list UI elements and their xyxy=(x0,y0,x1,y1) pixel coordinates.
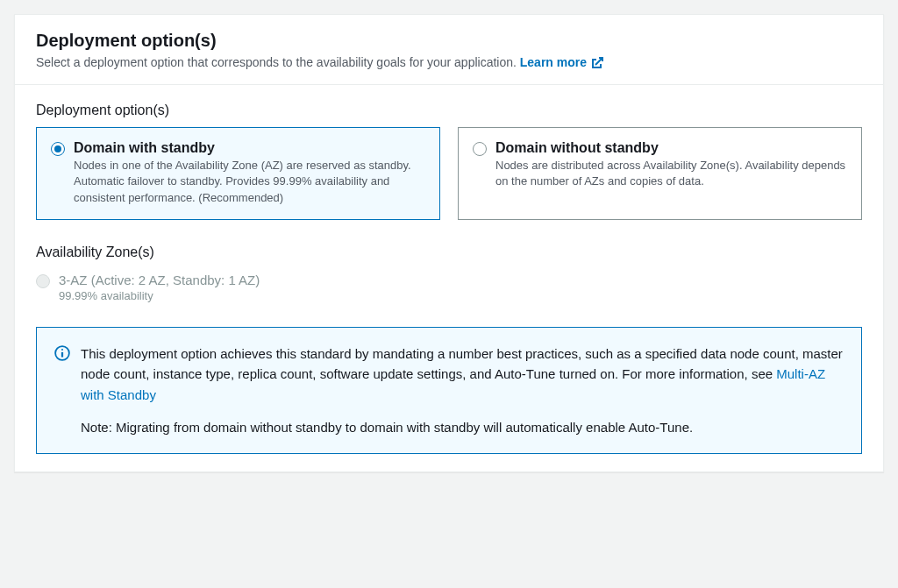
external-link-icon xyxy=(590,56,604,70)
svg-point-2 xyxy=(61,349,63,351)
learn-more-link[interactable]: Learn more xyxy=(520,54,604,72)
panel-body: Deployment option(s) Domain with standby… xyxy=(15,85,883,472)
panel-subtitle: Select a deployment option that correspo… xyxy=(36,54,862,72)
subtitle-text: Select a deployment option that correspo… xyxy=(36,55,517,69)
panel-header: Deployment option(s) Select a deployment… xyxy=(15,15,883,85)
az-description: 99.99% availability xyxy=(59,289,862,302)
radio-without-standby[interactable] xyxy=(473,142,487,156)
info-text-prefix: This deployment option achieves this sta… xyxy=(81,346,843,381)
option-description: Nodes are distributed across Availabilit… xyxy=(495,158,847,191)
az-title: 3-AZ (Active: 2 AZ, Standby: 1 AZ) xyxy=(59,273,862,287)
deployment-section-label: Deployment option(s) xyxy=(36,103,862,118)
option-content: Domain without standby Nodes are distrib… xyxy=(495,140,847,191)
az-section-label: Availability Zone(s) xyxy=(36,244,862,260)
option-title: Domain with standby xyxy=(74,140,425,156)
option-with-standby[interactable]: Domain with standby Nodes in one of the … xyxy=(36,127,440,221)
deployment-option-grid: Domain with standby Nodes in one of the … xyxy=(36,127,862,221)
info-paragraph: This deployment option achieves this sta… xyxy=(81,344,844,405)
option-description: Nodes in one of the Availability Zone (A… xyxy=(74,158,425,208)
availability-zone-section: Availability Zone(s) 3-AZ (Active: 2 AZ,… xyxy=(36,244,862,306)
option-without-standby[interactable]: Domain without standby Nodes are distrib… xyxy=(458,127,862,221)
info-content: This deployment option achieves this sta… xyxy=(81,344,844,437)
az-content: 3-AZ (Active: 2 AZ, Standby: 1 AZ) 99.99… xyxy=(59,273,862,302)
info-box: This deployment option achieves this sta… xyxy=(36,327,862,454)
learn-more-text: Learn more xyxy=(520,54,587,72)
info-note: Note: Migrating from domain without stan… xyxy=(81,417,844,437)
az-option-3az: 3-AZ (Active: 2 AZ, Standby: 1 AZ) 99.99… xyxy=(36,269,862,306)
deployment-panel: Deployment option(s) Select a deployment… xyxy=(14,14,884,472)
info-icon xyxy=(54,345,70,361)
radio-3az-disabled xyxy=(36,274,50,288)
option-content: Domain with standby Nodes in one of the … xyxy=(74,140,425,208)
option-title: Domain without standby xyxy=(495,140,847,156)
panel-title: Deployment option(s) xyxy=(36,31,862,51)
radio-with-standby[interactable] xyxy=(51,142,65,156)
